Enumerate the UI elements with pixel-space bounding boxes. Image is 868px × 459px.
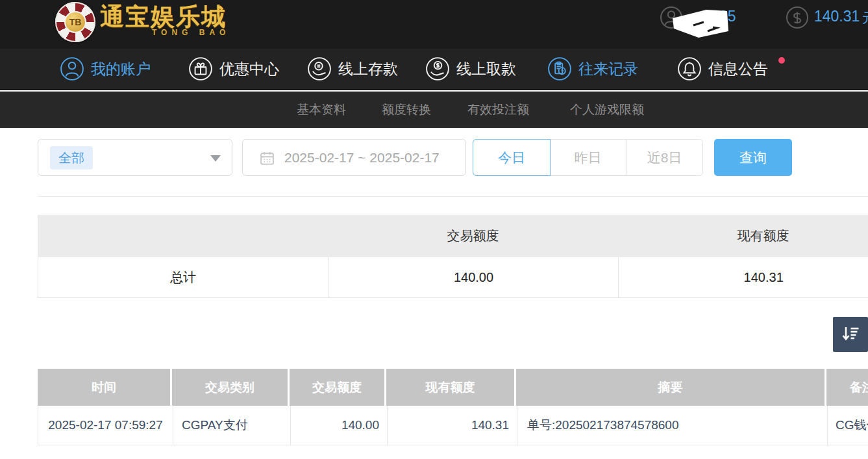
- nav-label: 我的账户: [91, 59, 151, 79]
- withdraw-icon: [425, 56, 450, 81]
- redaction-scribble: [669, 5, 734, 40]
- main-nav: 我的账户 优惠中心 线上存款: [0, 49, 868, 90]
- nav-item-my-account[interactable]: 我的账户: [60, 49, 151, 89]
- bell-icon: [677, 56, 702, 81]
- account-icon: [60, 56, 84, 81]
- summary-col-transaction-amount: 交易额度: [328, 215, 618, 257]
- col-summary: 摘要: [516, 369, 826, 406]
- tx-amount: 140.00: [290, 406, 387, 445]
- sort-descending-button[interactable]: [833, 317, 868, 352]
- subnav-label: 有效投注额: [467, 101, 529, 118]
- page: TB 通宝娱乐城 TONG BAO 25 140.31 元: [0, 0, 868, 459]
- col-balance: 现有额度: [386, 369, 516, 406]
- total-label: 总计: [38, 257, 329, 297]
- today-button[interactable]: 今日: [473, 139, 551, 176]
- subnav-item-game-limits[interactable]: 个人游戏限额: [570, 92, 644, 128]
- nav-item-announcements[interactable]: 信息公告: [677, 49, 768, 89]
- nav-item-records[interactable]: 往来记录: [547, 49, 638, 89]
- sub-nav: 基本资料 额度转换 有效投注额 个人游戏限额: [0, 92, 868, 128]
- logo-text: 通宝娱乐城 TONG BAO: [100, 2, 230, 36]
- nav-label: 优惠中心: [219, 59, 279, 79]
- quick-range-group: 今日 昨日 近8日: [473, 139, 703, 176]
- subnav-label: 额度转换: [382, 101, 431, 118]
- tx-remark: CG钱包: [827, 406, 868, 445]
- chip-label: TB: [64, 11, 86, 33]
- col-remark: 备注: [826, 369, 868, 406]
- sort-descending-icon: [839, 323, 862, 345]
- transactions-table-header: 时间 交易类别 交易额度 现有额度 摘要 备注: [38, 369, 868, 406]
- summary-col-empty: [38, 215, 328, 257]
- yesterday-button[interactable]: 昨日: [550, 140, 626, 175]
- records-icon: [547, 56, 572, 81]
- balance-suffix: 元: [862, 9, 868, 27]
- nav-label: 往来记录: [578, 59, 638, 79]
- last-8-days-button[interactable]: 近8日: [626, 140, 702, 175]
- summary-col-current-balance: 现有额度: [618, 215, 868, 257]
- tx-summary: 单号:202502173874578600: [517, 406, 827, 445]
- top-bar: TB 通宝娱乐城 TONG BAO 25 140.31 元: [0, 0, 868, 49]
- nav-label: 线上取款: [456, 59, 516, 79]
- subnav-label: 个人游戏限额: [570, 101, 644, 118]
- col-type: 交易类别: [172, 369, 290, 406]
- date-range-value: 2025-02-17 ~ 2025-02-17: [284, 140, 440, 175]
- site-title: 通宝娱乐城: [100, 5, 230, 29]
- summary-total-row: 总计 140.00 140.31: [38, 257, 868, 298]
- transaction-row: 2025-02-17 07:59:27 CGPAY支付 140.00 140.3…: [38, 406, 868, 445]
- deposit-icon: [307, 56, 332, 81]
- total-transaction-amount: 140.00: [329, 257, 619, 297]
- balance-amount: 140.31: [814, 8, 860, 25]
- query-button[interactable]: 查询: [714, 139, 792, 176]
- subnav-item-basic-info[interactable]: 基本资料: [297, 92, 346, 128]
- divider: [38, 196, 868, 197]
- col-amount: 交易额度: [290, 369, 386, 406]
- gift-icon: [188, 56, 213, 81]
- tx-time: 2025-02-17 07:59:27: [38, 406, 173, 445]
- summary-table: 交易额度 现有额度 总计 140.00 140.31: [38, 215, 868, 298]
- nav-item-promotions[interactable]: 优惠中心: [188, 49, 279, 89]
- poker-chip-icon: TB: [55, 2, 95, 42]
- subnav-label: 基本资料: [297, 101, 346, 118]
- selected-type-chip: 全部: [50, 146, 93, 169]
- nav-item-withdraw[interactable]: 线上取款: [425, 49, 516, 89]
- nav-item-deposit[interactable]: 线上存款: [307, 49, 398, 89]
- site-subtitle: TONG BAO: [152, 29, 230, 36]
- site-logo[interactable]: TB 通宝娱乐城 TONG BAO: [55, 2, 230, 42]
- transactions-table: 时间 交易类别 交易额度 现有额度 摘要 备注 2025-02-17 07:59…: [38, 369, 868, 445]
- subnav-item-credit-transfer[interactable]: 额度转换: [382, 92, 431, 128]
- nav-label: 线上存款: [338, 59, 398, 79]
- notification-dot: [778, 57, 785, 64]
- tx-type: CGPAY支付: [173, 406, 290, 445]
- date-range-input[interactable]: 2025-02-17 ~ 2025-02-17: [242, 139, 466, 176]
- balance-dollar-icon: [786, 6, 809, 29]
- transaction-type-select[interactable]: 全部: [38, 139, 232, 176]
- nav-label: 信息公告: [708, 59, 768, 79]
- total-current-balance: 140.31: [618, 257, 868, 297]
- chevron-down-icon: [210, 155, 221, 162]
- subnav-item-valid-bets[interactable]: 有效投注额: [467, 92, 529, 128]
- calendar-icon: [259, 150, 275, 166]
- tx-balance: 140.31: [387, 406, 517, 445]
- col-time: 时间: [38, 369, 172, 406]
- summary-table-header: 交易额度 现有额度: [38, 215, 868, 257]
